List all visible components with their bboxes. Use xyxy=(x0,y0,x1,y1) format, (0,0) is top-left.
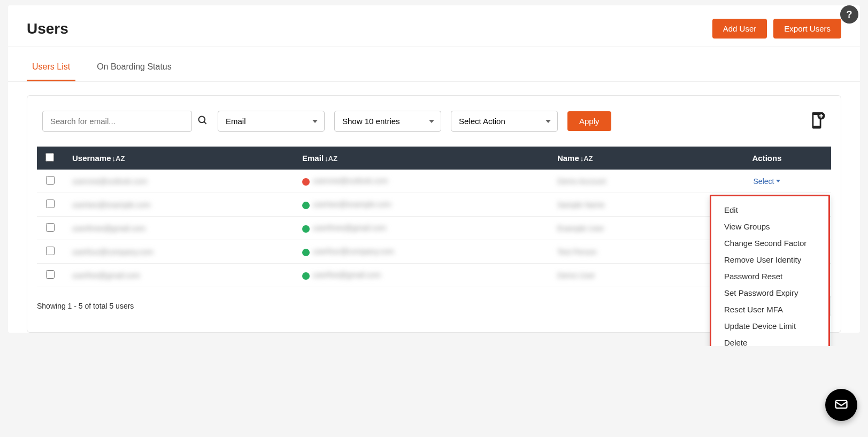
apply-button[interactable]: Apply xyxy=(567,111,611,131)
filter-row: Email Show 10 entries Select Action Appl… xyxy=(27,96,841,141)
filter-field-select[interactable]: Email xyxy=(218,111,325,132)
export-users-button[interactable]: Export Users xyxy=(773,19,841,39)
tab-onboarding-status[interactable]: On Boarding Status xyxy=(91,52,177,81)
svg-point-1 xyxy=(199,117,205,123)
menu-item-delete[interactable]: Delete xyxy=(711,334,828,346)
cell-name: Sample Name xyxy=(557,201,605,209)
cell-name: Test Person xyxy=(557,248,597,256)
sort-icon: ↓AZ xyxy=(112,155,125,163)
caret-down-icon xyxy=(776,180,780,182)
tabs: Users List On Boarding Status xyxy=(8,52,860,82)
page-header: Users Add User Export Users xyxy=(8,5,860,47)
column-email[interactable]: Email↓AZ xyxy=(294,147,549,170)
select-all-checkbox[interactable] xyxy=(45,153,54,162)
add-user-button[interactable]: Add User xyxy=(712,19,767,39)
cell-name: Example User xyxy=(557,224,604,233)
cell-username: userfour@company.com xyxy=(72,248,153,256)
sort-icon: ↓AZ xyxy=(325,155,337,163)
row-checkbox[interactable] xyxy=(46,223,55,232)
cell-name: Demo User xyxy=(557,271,595,280)
add-device-icon[interactable] xyxy=(808,111,826,131)
menu-item-edit[interactable]: Edit xyxy=(711,202,828,218)
status-dot-icon xyxy=(302,272,310,280)
cell-email: userthree@gmail.com xyxy=(313,224,386,232)
column-email-label: Email xyxy=(302,154,324,163)
users-page: Users Add User Export Users Users List O… xyxy=(8,5,860,333)
cell-email: userfour@company.com xyxy=(313,247,394,256)
search-wrap xyxy=(42,111,208,132)
search-input[interactable] xyxy=(42,111,192,132)
svg-line-2 xyxy=(204,122,206,124)
cell-username: usertwo@example.com xyxy=(72,201,151,209)
users-panel: Email Show 10 entries Select Action Appl… xyxy=(27,95,841,333)
column-actions: Actions xyxy=(703,147,831,170)
entries-select[interactable]: Show 10 entries xyxy=(334,111,441,132)
status-dot-icon xyxy=(302,178,310,186)
sort-icon: ↓AZ xyxy=(580,155,593,163)
menu-item-view-groups[interactable]: View Groups xyxy=(711,218,828,235)
menu-item-reset-user-mfa[interactable]: Reset User MFA xyxy=(711,301,828,318)
menu-item-change-second-factor[interactable]: Change Second Factor xyxy=(711,235,828,251)
menu-item-password-reset[interactable]: Password Reset xyxy=(711,268,828,285)
cell-email: userfive@gmail.com xyxy=(313,271,381,279)
status-dot-icon xyxy=(302,225,310,233)
bulk-action-select[interactable]: Select Action xyxy=(451,111,558,132)
row-checkbox[interactable] xyxy=(46,247,55,255)
tab-users-list[interactable]: Users List xyxy=(27,52,75,81)
status-dot-icon xyxy=(302,202,310,209)
column-username-label: Username xyxy=(72,154,111,163)
status-dot-icon xyxy=(302,249,310,256)
row-checkbox[interactable] xyxy=(46,270,55,279)
column-name[interactable]: Name↓AZ xyxy=(549,147,703,170)
cell-username: userthree@gmail.com xyxy=(72,224,145,233)
row-select-action[interactable]: Select xyxy=(711,177,823,186)
column-username[interactable]: Username↓AZ xyxy=(64,147,294,170)
menu-item-remove-user-identity[interactable]: Remove User Identity xyxy=(711,251,828,268)
column-name-label: Name xyxy=(557,154,579,163)
menu-item-set-password-expiry[interactable]: Set Password Expiry xyxy=(711,285,828,301)
cell-username: userone@outlook.com xyxy=(72,177,147,186)
pagination-summary: Showing 1 - 5 of total 5 users xyxy=(37,302,134,310)
cell-email: usertwo@example.com xyxy=(313,200,391,209)
cell-email: userone@outlook.com xyxy=(313,177,388,185)
header-actions: Add User Export Users xyxy=(712,19,841,39)
row-checkbox[interactable] xyxy=(46,176,55,185)
row-checkbox[interactable] xyxy=(46,200,55,208)
help-button[interactable]: ? xyxy=(840,5,858,24)
cell-name: Demo Account xyxy=(557,177,606,186)
page-title: Users xyxy=(27,20,68,37)
menu-item-update-device-limit[interactable]: Update Device Limit xyxy=(711,318,828,334)
table-row: userone@outlook.comuserone@outlook.comDe… xyxy=(37,170,831,193)
row-actions-menu: EditView GroupsChange Second FactorRemov… xyxy=(710,195,830,346)
cell-username: userfive@gmail.com xyxy=(72,271,140,280)
search-icon[interactable] xyxy=(197,115,208,127)
